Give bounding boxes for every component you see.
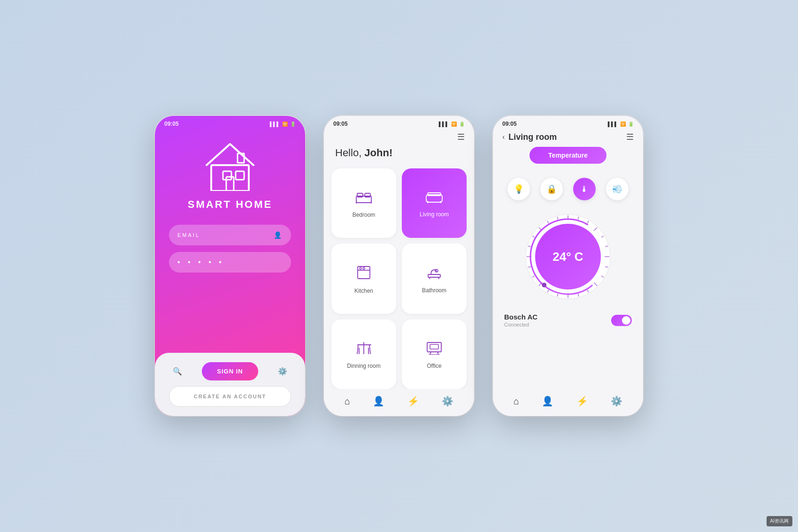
fan-icon: 💨 — [612, 184, 622, 194]
signal-icon-3: ▌▌▌ — [608, 122, 618, 127]
nav-home[interactable]: ⌂ — [345, 396, 350, 407]
battery-icon-3: 🔋 — [628, 122, 634, 127]
temperature-display: 24° C — [535, 224, 601, 289]
svg-rect-18 — [428, 274, 440, 277]
device-status: Connected — [504, 322, 537, 327]
gear-icon: ⚙️ — [278, 367, 287, 376]
login-content: SMART HOME EMAIL 👤 • • • • • — [155, 130, 305, 353]
app-name-light: SMART — [188, 198, 236, 210]
battery-icon-2: 🔋 — [459, 122, 465, 127]
room-icon-5 — [426, 342, 442, 358]
thermometer-icon-btn[interactable]: 🌡 — [573, 178, 596, 200]
search-icon-btn[interactable]: 🔍 — [169, 363, 186, 380]
svg-rect-2 — [236, 171, 244, 180]
room-name-5: Office — [427, 363, 441, 369]
room-icon-2 — [357, 266, 371, 283]
room-card-bathroom[interactable]: Bathroom — [402, 243, 467, 314]
room-nav-home[interactable]: ⌂ — [514, 396, 519, 407]
room-name-3: Bathroom — [422, 287, 446, 294]
power-toggle[interactable] — [611, 315, 632, 326]
watermark: AI资讯网 — [767, 516, 792, 526]
temperature-tab[interactable]: Temperature — [529, 147, 606, 164]
status-icons-3: ▌▌▌ 🛜 🔋 — [608, 122, 634, 127]
room-menu-icon[interactable]: ☰ — [626, 132, 634, 142]
svg-rect-11 — [428, 193, 441, 196]
thermometer-icon: 🌡 — [580, 184, 589, 194]
dashboard-nav: ⌂ 👤 ⚡ ⚙️ — [324, 389, 474, 416]
signin-button[interactable]: SIGN IN — [202, 362, 258, 380]
room-nav-lightning[interactable]: ⚡ — [576, 395, 588, 407]
signal-icon: ▌▌▌ — [270, 122, 280, 127]
nav-settings[interactable]: ⚙️ — [442, 395, 453, 407]
svg-rect-0 — [211, 165, 249, 191]
svg-line-25 — [369, 345, 370, 354]
device-info: Bosch AC Connected — [493, 308, 643, 332]
svg-point-16 — [360, 267, 361, 269]
device-name: Bosch AC — [504, 313, 537, 321]
settings-icon-btn[interactable]: ⚙️ — [274, 363, 291, 380]
signal-icon-2: ▌▌▌ — [439, 122, 449, 127]
greeting-name: John! — [364, 147, 392, 159]
wifi-icon-2: 🛜 — [451, 122, 457, 127]
room-card-bedroom[interactable]: Bedroom — [331, 168, 396, 238]
room-header: ‹ Living room ☰ — [493, 130, 643, 147]
password-dots: • • • • • — [177, 258, 224, 266]
create-account-button[interactable]: CREATE AN ACCOUNT — [169, 386, 291, 407]
room-name-1: Living room — [420, 211, 449, 218]
light-icon-btn[interactable]: 💡 — [507, 178, 530, 200]
menu-icon[interactable]: ☰ — [457, 132, 465, 142]
status-bar-1: 09:05 ▌▌▌ 🛜 🔋 — [155, 116, 305, 130]
status-bar-2: 09:05 ▌▌▌ 🛜 🔋 — [324, 116, 474, 130]
greeting-text: Hello, John! — [324, 147, 474, 168]
house-icon — [202, 139, 258, 191]
login-phone: 09:05 ▌▌▌ 🛜 🔋 SMART HO — [155, 116, 305, 416]
room-name-2: Kitchen — [354, 288, 373, 294]
login-bottom: 🔍 SIGN IN ⚙️ CREATE AN ACCOUNT — [155, 353, 305, 416]
greeting-prefix: Hello, — [335, 147, 364, 159]
room-phone: 09:05 ▌▌▌ 🛜 🔋 ‹ Living room ☰ Temperatur… — [493, 116, 643, 416]
svg-point-17 — [363, 267, 365, 269]
time-2: 09:05 — [333, 121, 348, 127]
room-card-dinning-room[interactable]: Dinning room — [331, 319, 396, 389]
thermostat-container: 24° C — [493, 210, 643, 304]
room-nav: ⌂ 👤 ⚡ ⚙️ — [493, 391, 643, 416]
status-bar-3: 09:05 ▌▌▌ 🛜 🔋 — [493, 116, 643, 130]
nav-profile[interactable]: 👤 — [373, 395, 384, 407]
room-icon-1 — [426, 191, 443, 206]
svg-line-20 — [438, 277, 439, 279]
lock-icon-btn[interactable]: 🔒 — [540, 178, 563, 200]
room-name-0: Bedroom — [353, 212, 376, 218]
time-1: 09:05 — [164, 121, 179, 127]
room-icon-0 — [356, 190, 372, 207]
signin-row: 🔍 SIGN IN ⚙️ — [169, 362, 291, 380]
svg-line-19 — [430, 277, 430, 279]
room-nav-settings[interactable]: ⚙️ — [611, 395, 622, 407]
light-icon: 💡 — [514, 184, 524, 194]
nav-lightning[interactable]: ⚡ — [407, 395, 419, 407]
wifi-icon: 🛜 — [282, 122, 288, 127]
email-input[interactable]: EMAIL 👤 — [169, 225, 291, 245]
thermostat-dial[interactable]: 24° C — [521, 210, 615, 304]
room-nav-profile[interactable]: 👤 — [542, 395, 553, 407]
room-icon-4 — [355, 342, 372, 358]
svg-rect-1 — [223, 171, 231, 180]
room-card-office[interactable]: Office — [402, 319, 467, 389]
room-card-living-room[interactable]: Living room — [402, 168, 467, 238]
svg-line-29 — [430, 352, 431, 355]
email-label: EMAIL — [177, 232, 200, 238]
back-button[interactable]: ‹ — [502, 133, 505, 141]
app-title: SMART HOME — [188, 198, 272, 211]
password-input[interactable]: • • • • • — [169, 252, 291, 273]
device-details: Bosch AC Connected — [504, 313, 537, 327]
rooms-grid: BedroomLiving roomKitchenBathroomDinning… — [324, 168, 474, 389]
status-icons-1: ▌▌▌ 🛜 🔋 — [270, 122, 296, 127]
lock-icon: 🔒 — [546, 184, 557, 194]
status-icons-2: ▌▌▌ 🛜 🔋 — [439, 122, 465, 127]
room-title: Living room — [508, 132, 557, 142]
temperature-value: 24° C — [552, 250, 583, 264]
room-card-kitchen[interactable]: Kitchen — [331, 243, 396, 314]
fan-icon-btn[interactable]: 💨 — [606, 178, 629, 200]
svg-rect-28 — [427, 342, 441, 352]
time-3: 09:05 — [502, 121, 517, 127]
search-icon: 🔍 — [173, 367, 182, 376]
